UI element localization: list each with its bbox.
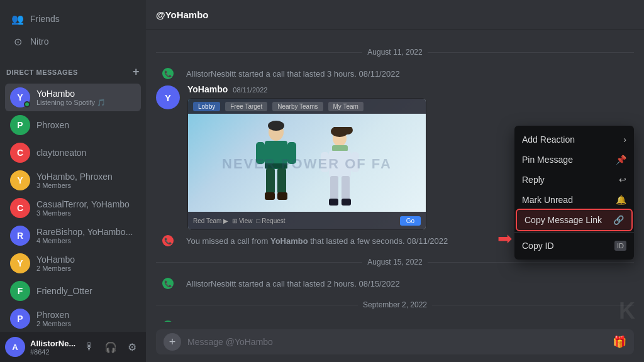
context-menu: Add Reaction › Pin Message 📌 Reply ↩ Mar…: [514, 126, 634, 260]
svg-rect-6: [256, 142, 265, 164]
avatar: Y: [156, 85, 180, 109]
channel-title: @YoHambo: [156, 9, 209, 20]
dm-item-casualterror[interactable]: C CasualTerror, YoHambo 3 Members: [5, 194, 141, 222]
dm-sub: 2 Members: [36, 265, 136, 272]
deafen-button[interactable]: 🎧: [102, 338, 119, 356]
msg-timestamp: 08/11/2022: [233, 86, 267, 94]
context-menu-divider: [514, 233, 634, 233]
dm-list: Y YoHambo Listening to Spotify 🎵 P Phrox…: [0, 81, 146, 332]
svg-rect-3: [265, 163, 287, 168]
dm-item-yohambo2[interactable]: Y YoHambo 2 Members: [5, 250, 141, 277]
call-icon: 📞: [162, 278, 174, 289]
message-input[interactable]: [187, 329, 606, 354]
user-tag: #8642: [30, 348, 75, 356]
avatar: P: [10, 309, 30, 329]
username-label: AllistorNe...: [30, 339, 75, 348]
dm-item-group1[interactable]: Y YoHambo, Phroxen 3 Members: [5, 167, 141, 194]
dm-name: Phroxen: [36, 120, 136, 130]
sidebar-item-nitro[interactable]: ⊙ Nitro: [5, 30, 141, 53]
dm-name: YoHambo: [36, 89, 136, 99]
svg-rect-4: [266, 168, 275, 194]
date-divider: August 11, 2022: [156, 48, 634, 57]
context-menu-item-mark-unread[interactable]: Mark Unread 🔔: [514, 190, 634, 210]
context-menu-item-copy-message-link[interactable]: Copy Message Link 🔗: [517, 210, 631, 230]
date-divider: September 2, 2022: [156, 300, 634, 309]
game-tab: Lobby: [193, 102, 220, 111]
svg-rect-16: [341, 176, 350, 200]
red-arrow-indicator: ➡: [497, 228, 512, 249]
input-bar: + 🎁: [146, 322, 644, 362]
sidebar-item-friends-label: Friends: [30, 14, 60, 24]
missed-call-text: You missed a call from YoHambo that last…: [186, 236, 448, 246]
missed-call-icon: 📞: [162, 235, 174, 246]
ctx-label-copy-id: Copy ID: [522, 241, 554, 251]
svg-rect-14: [329, 151, 351, 177]
context-menu-item-pin-message[interactable]: Pin Message 📌: [514, 150, 634, 170]
dm-item-claytoneaton[interactable]: C claytoneaton: [5, 139, 141, 167]
dm-name: YoHambo, Phroxen: [36, 172, 136, 182]
add-dm-button[interactable]: +: [133, 65, 140, 79]
ctx-label-mark-unread: Mark Unread: [522, 195, 573, 205]
ctx-label-pin-message: Pin Message: [522, 155, 573, 165]
dm-item-phroxen[interactable]: P Phroxen: [5, 111, 141, 139]
go-button[interactable]: Go: [400, 216, 421, 226]
dm-name: Phroxen: [36, 310, 136, 320]
svg-rect-9: [277, 192, 287, 200]
context-menu-item-add-reaction[interactable]: Add Reaction ›: [514, 129, 634, 150]
chevron-right-icon: ›: [623, 134, 626, 145]
dm-item-rarebishop[interactable]: R RareBishop, YoHambo... 4 Members: [5, 222, 141, 250]
svg-rect-15: [330, 176, 338, 200]
user-panel: A AllistorNe... #8642 🎙 🎧 ⚙: [0, 332, 146, 362]
ctx-label-add-reaction: Add Reaction: [522, 134, 575, 145]
avatar: R: [10, 226, 30, 246]
dm-name: YoHambo: [36, 255, 136, 265]
dm-item-yohambo[interactable]: Y YoHambo Listening to Spotify 🎵: [5, 84, 141, 111]
msg-username: YoHambo: [187, 84, 228, 94]
character1-svg: [251, 121, 301, 212]
ctx-label-copy-message-link: Copy Message Link: [525, 215, 602, 225]
call-text: AllistorNesbitt started a call that last…: [186, 279, 400, 288]
pin-icon: 📌: [616, 155, 626, 165]
mute-button[interactable]: 🎙: [80, 338, 98, 356]
dm-name: claytoneaton: [36, 148, 136, 158]
svg-rect-17: [321, 152, 329, 172]
dm-item-phroxen2[interactable]: P Phroxen 2 Members: [5, 305, 141, 332]
character2-svg: [316, 127, 364, 212]
avatar: Y: [10, 87, 30, 107]
game-tab: Nearby Teams: [272, 102, 323, 111]
avatar: C: [10, 198, 30, 218]
ctx-label-reply: Reply: [522, 175, 545, 185]
game-screenshot: Lobby Free Target Nearby Teams My Team: [187, 98, 426, 230]
dm-item-friendly-otter[interactable]: F Friendly_Otter: [5, 277, 141, 305]
sidebar-item-nitro-label: Nitro: [30, 36, 49, 47]
game-tab: Free Target: [225, 102, 267, 111]
dm-sub: 4 Members: [36, 237, 136, 244]
context-menu-item-copy-id[interactable]: Copy ID ID: [514, 236, 634, 256]
context-menu-item-reply[interactable]: Reply ↩: [514, 170, 634, 190]
dm-sub: Listening to Spotify 🎵: [36, 99, 136, 107]
add-attachment-button[interactable]: +: [164, 333, 181, 351]
svg-rect-19: [329, 199, 338, 206]
svg-point-1: [268, 121, 284, 131]
sidebar: 👥 Friends ⊙ Nitro DIRECT MESSAGES + Y Yo…: [0, 0, 146, 362]
call-icon: 📞: [162, 68, 174, 79]
system-message: 📞 AllistorNesbitt started a call that la…: [156, 277, 634, 290]
avatar: Y: [10, 170, 30, 190]
gift-icon[interactable]: 🎁: [613, 335, 626, 349]
call-message-text: AllistorNesbitt started a call that last…: [186, 69, 400, 79]
svg-rect-20: [341, 199, 351, 206]
dm-section-label: DIRECT MESSAGES +: [0, 60, 146, 81]
svg-rect-8: [265, 192, 275, 200]
avatar: C: [10, 143, 30, 163]
avatar: Y: [10, 253, 30, 273]
svg-rect-18: [351, 152, 359, 172]
dm-name: CasualTerror, YoHambo: [36, 199, 136, 209]
avatar: F: [10, 281, 30, 301]
avatar: P: [10, 115, 30, 135]
svg-rect-7: [287, 142, 296, 164]
svg-rect-13: [332, 145, 348, 151]
dm-sub: 3 Members: [36, 182, 136, 189]
settings-button[interactable]: ⚙: [123, 338, 141, 356]
sidebar-item-friends[interactable]: 👥 Friends: [5, 8, 141, 30]
svg-rect-5: [277, 168, 286, 194]
